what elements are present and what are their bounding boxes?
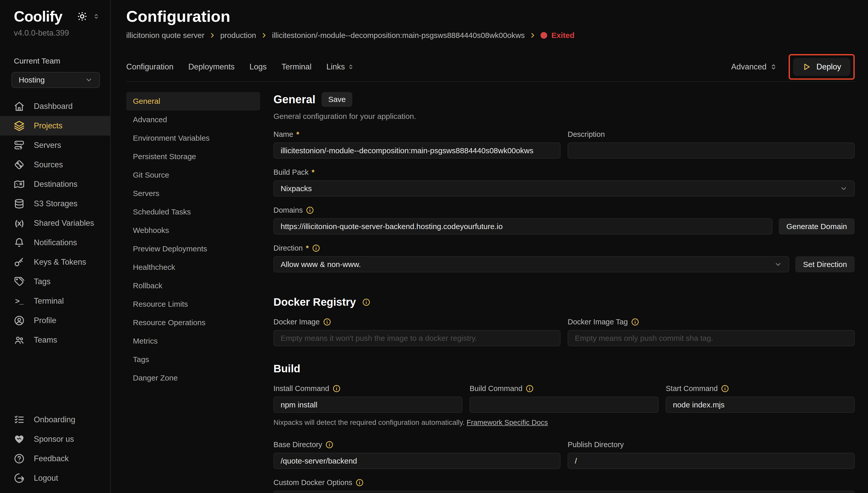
subnav-resource-operations[interactable]: Resource Operations bbox=[126, 314, 260, 332]
subnav-danger-zone[interactable]: Danger Zone bbox=[126, 369, 260, 387]
sidebar-item-projects[interactable]: Projects bbox=[0, 116, 110, 135]
subnav-advanced[interactable]: Advanced bbox=[126, 110, 260, 129]
sidebar-item-label: Sponsor us bbox=[34, 434, 74, 444]
breadcrumb-environment[interactable]: production bbox=[220, 31, 256, 40]
tab-links[interactable]: Links bbox=[326, 62, 354, 71]
subnav-git-source[interactable]: Git Source bbox=[126, 166, 260, 184]
help-circle-icon bbox=[14, 453, 25, 464]
direction-field-group: Direction * Allow www & non-www. Set Dir… bbox=[273, 244, 855, 272]
subnav-general[interactable]: General bbox=[126, 92, 260, 110]
subnav-scheduled-tasks[interactable]: Scheduled Tasks bbox=[126, 203, 260, 221]
description-input[interactable] bbox=[568, 143, 855, 158]
docker-image-input[interactable] bbox=[273, 330, 561, 346]
chevron-right-icon bbox=[529, 32, 536, 39]
sidebar-item-teams[interactable]: Teams bbox=[0, 330, 110, 350]
sidebar-item-s3-storages[interactable]: S3 Storages bbox=[0, 194, 110, 213]
subnav-resource-limits[interactable]: Resource Limits bbox=[126, 295, 260, 314]
info-icon bbox=[525, 384, 534, 393]
deploy-button[interactable]: Deploy bbox=[793, 58, 851, 76]
bell-icon bbox=[14, 237, 25, 248]
subnav-servers[interactable]: Servers bbox=[126, 184, 260, 203]
sidebar-item-dashboard[interactable]: Dashboard bbox=[0, 97, 110, 116]
status-dot-icon bbox=[541, 32, 547, 39]
start-command-input[interactable] bbox=[666, 396, 855, 413]
database-icon bbox=[14, 198, 25, 209]
tab-deployments[interactable]: Deployments bbox=[188, 62, 234, 71]
install-command-field-group: Install Command bbox=[273, 384, 462, 413]
tag-icon bbox=[14, 276, 25, 287]
sidebar-item-shared-variables[interactable]: (x) Shared Variables bbox=[0, 213, 110, 233]
app-version: v4.0.0-beta.399 bbox=[0, 28, 110, 38]
users-icon bbox=[14, 335, 25, 345]
subnav-persistent-storage[interactable]: Persistent Storage bbox=[126, 147, 260, 166]
sidebar-item-label: Shared Variables bbox=[34, 219, 94, 228]
sidebar-item-onboarding[interactable]: Onboarding bbox=[0, 410, 110, 429]
variable-icon: (x) bbox=[14, 218, 25, 229]
tab-logs[interactable]: Logs bbox=[249, 62, 267, 71]
docker-image-tag-input[interactable] bbox=[568, 330, 855, 346]
build-command-field-group: Build Command bbox=[470, 384, 659, 413]
breadcrumb-application[interactable]: illicitestonion/-module--decomposition:m… bbox=[272, 31, 525, 40]
required-mark: * bbox=[296, 130, 299, 138]
custom-docker-options-input[interactable] bbox=[273, 491, 855, 493]
subnav-metrics[interactable]: Metrics bbox=[126, 332, 260, 350]
sidebar-item-terminal[interactable]: >_ Terminal bbox=[0, 291, 110, 311]
user-circle-icon bbox=[14, 315, 25, 326]
start-command-field-group: Start Command bbox=[666, 384, 855, 413]
direction-select[interactable]: Allow www & non-www. bbox=[273, 256, 789, 272]
subnav-tags[interactable]: Tags bbox=[126, 350, 260, 369]
sidebar-item-sources[interactable]: Sources bbox=[0, 155, 110, 174]
main-content: Configuration illicitonion quote server … bbox=[111, 0, 868, 493]
subnav-environment-variables[interactable]: Environment Variables bbox=[126, 129, 260, 147]
sidebar-item-servers[interactable]: Servers bbox=[0, 135, 110, 155]
sidebar-item-tags[interactable]: Tags bbox=[0, 272, 110, 291]
publish-directory-input[interactable] bbox=[568, 453, 855, 469]
required-mark: * bbox=[306, 244, 309, 252]
sidebar-item-notifications[interactable]: Notifications bbox=[0, 233, 110, 252]
chevron-right-icon bbox=[209, 32, 215, 39]
sidebar-item-label: Tags bbox=[34, 277, 50, 286]
sidebar-item-keys-tokens[interactable]: Keys & Tokens bbox=[0, 252, 110, 272]
nixpacks-note-text: Nixpacks will detect the required config… bbox=[273, 419, 465, 426]
current-team-label: Current Team bbox=[0, 57, 110, 65]
info-icon bbox=[306, 206, 314, 214]
tab-links-label: Links bbox=[326, 62, 345, 71]
subnav-preview-deployments[interactable]: Preview Deployments bbox=[126, 240, 260, 258]
domains-input[interactable] bbox=[273, 218, 773, 234]
build-command-input[interactable] bbox=[470, 396, 659, 413]
name-label: Name bbox=[273, 130, 293, 138]
house-icon bbox=[14, 101, 25, 112]
tab-terminal[interactable]: Terminal bbox=[282, 62, 312, 71]
sidebar-item-label: Dashboard bbox=[34, 102, 73, 111]
theme-sun-icon[interactable] bbox=[77, 12, 87, 21]
base-directory-input[interactable] bbox=[273, 453, 561, 469]
subnav-rollback[interactable]: Rollback bbox=[126, 277, 260, 295]
sidebar-item-label: Keys & Tokens bbox=[34, 258, 86, 267]
team-select[interactable]: Hosting bbox=[12, 72, 100, 88]
tab-bar: Configuration Deployments Logs Terminal … bbox=[126, 52, 855, 81]
framework-docs-link[interactable]: Framework Specific Docs bbox=[466, 419, 548, 426]
sidebar-item-feedback[interactable]: Feedback bbox=[0, 449, 110, 468]
set-direction-button[interactable]: Set Direction bbox=[795, 256, 855, 272]
tab-configuration[interactable]: Configuration bbox=[126, 62, 173, 71]
sidebar-item-logout[interactable]: Logout bbox=[0, 468, 110, 488]
advanced-label: Advanced bbox=[731, 62, 767, 71]
sidebar-item-sponsor[interactable]: Sponsor us bbox=[0, 429, 110, 449]
info-icon bbox=[631, 318, 639, 326]
generate-domain-button[interactable]: Generate Domain bbox=[779, 218, 855, 234]
subnav-webhooks[interactable]: Webhooks bbox=[126, 221, 260, 240]
status-text: Exited bbox=[551, 31, 574, 40]
app-logo: Coolify bbox=[14, 8, 63, 25]
theme-chevrons-icon[interactable] bbox=[93, 13, 100, 20]
sidebar-item-profile[interactable]: Profile bbox=[0, 311, 110, 330]
build-pack-select[interactable]: Nixpacks bbox=[273, 180, 855, 196]
subnav-healthcheck[interactable]: Healthcheck bbox=[126, 258, 260, 277]
breadcrumb-project[interactable]: illicitonion quote server bbox=[126, 31, 204, 40]
sidebar-item-label: Teams bbox=[34, 336, 57, 345]
name-input[interactable] bbox=[273, 143, 561, 158]
save-button[interactable]: Save bbox=[322, 92, 352, 107]
advanced-dropdown[interactable]: Advanced bbox=[731, 62, 777, 71]
chevron-right-icon bbox=[261, 32, 267, 39]
sidebar-item-destinations[interactable]: Destinations bbox=[0, 174, 110, 194]
install-command-input[interactable] bbox=[273, 396, 462, 413]
